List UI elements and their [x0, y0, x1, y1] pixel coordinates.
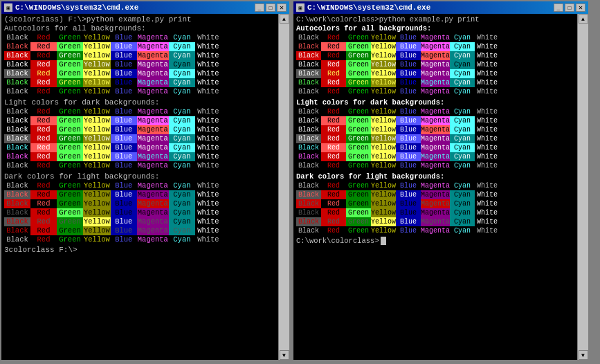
left-content-wrapper: (3colorclass) F:\>python example.py prin… [1, 14, 289, 360]
right-light-row2: Black Red Green Yellow Blue Magenta Cyan… [296, 125, 574, 134]
right-dark-row2: Black Red Green Yellow Blue Magenta Cyan… [296, 199, 574, 208]
left-light-row5: Black Red Green Yellow Blue Magenta Cyan… [4, 152, 275, 161]
left-light-row1: Black Red Green Yellow Blue Magenta Cyan… [4, 116, 275, 125]
left-close-button[interactable]: ✕ [277, 3, 287, 12]
left-auto-row4: Black Red Green Yellow Blue Magenta Cyan… [4, 69, 275, 78]
left-light-row2: Black Red Green Yellow Blue Magenta Cyan… [4, 125, 275, 134]
right-scroll-up[interactable]: ▲ [579, 14, 588, 24]
left-auto-row3: Black Red Green Yellow Blue Magenta Cyan… [4, 60, 275, 69]
left-light-row4: Black Red Green Yellow Blue Magenta Cyan… [4, 143, 275, 152]
right-light-row5: Black Red Green Yellow Blue Magenta Cyan… [296, 152, 574, 161]
left-auto-row2: Black Red Green Yellow Blue Magenta Cyan… [4, 51, 275, 60]
left-auto-header: Autocolors for all backgrounds: [4, 24, 275, 33]
right-titlebar-buttons: _ □ ✕ [554, 3, 585, 12]
right-content-wrapper: C:\work\colorclass>python example.py pri… [293, 14, 588, 360]
right-light-header: Light colors for dark backgrounds: [296, 98, 574, 107]
right-light-row3: Black Red Green Yellow Blue Magenta Cyan… [296, 134, 574, 143]
right-minimize-button[interactable]: _ [554, 3, 563, 12]
left-scroll-up[interactable]: ▲ [280, 14, 289, 24]
left-window-icon: ▣ [4, 3, 12, 12]
right-scroll-down[interactable]: ▼ [579, 350, 588, 360]
right-dark-col-headers: BlackRedGreenYellowBlueMagentaCyanWhite [296, 181, 574, 190]
right-auto-row5: Black Red Green Yellow Blue Magenta Cyan… [296, 78, 574, 87]
right-dark-row1: Black Red Green Yellow Blue Magenta Cyan… [296, 190, 574, 199]
left-dark-row3: Black Red Green Yellow Blue Magenta Cyan… [4, 208, 275, 217]
left-dark-header: Dark colors for light backgrounds: [4, 172, 275, 181]
right-dark-row4: Black Red Green Yellow Blue Magenta Cyan… [296, 217, 574, 226]
left-auto-col-headers: BlackRedGreenYellowBlueMagentaCyanWhite [4, 33, 275, 42]
left-window-title: C:\WINDOWS\system32\cmd.exe [15, 3, 138, 12]
left-dark-row4: Black Red Green Yellow Blue Magenta Cyan… [4, 217, 275, 226]
right-content: C:\work\colorclass>python example.py pri… [293, 14, 577, 360]
right-auto-header: Autocolors for all backgrounds: [296, 24, 574, 33]
left-light-row3: Black Red Green Yellow Blue Magenta Cyan… [4, 134, 275, 143]
right-window-icon: ▣ [296, 3, 304, 12]
left-prompt1: (3colorclass) F:\>python example.py prin… [4, 15, 275, 24]
right-cmd-window: ▣ C:\WINDOWS\system32\cmd.exe _ □ ✕ C:\w… [292, 0, 590, 361]
right-auto-row1: Black Red Green Yellow Blue Magenta Cyan… [296, 42, 574, 51]
left-light-header: Light colors for dark backgrounds: [4, 98, 275, 107]
left-dark-row2: Black Red Green Yellow Blue Magenta Cyan… [4, 199, 275, 208]
right-dark-footer-row: BlackRedGreenYellowBlueMagentaCyanWhite [296, 226, 574, 235]
left-dark-row5: Black Red Green Yellow Blue Magenta Cyan… [4, 226, 275, 235]
left-auto-row5: Black Red Green Yellow Blue Magenta Cyan… [4, 78, 275, 87]
right-light-col-headers: BlackRedGreenYellowBlueMagentaCyanWhite [296, 107, 574, 116]
right-dark-row3: Black Red Green Yellow Blue Magenta Cyan… [296, 208, 574, 217]
left-auto-footer-row: BlackRedGreenYellowBlueMagentaCyanWhite [4, 87, 275, 96]
right-prompt1: C:\work\colorclass>python example.py pri… [296, 15, 574, 24]
right-auto-col-headers: BlackRedGreenYellowBlueMagentaCyanWhite [296, 33, 574, 42]
left-light-col-headers: BlackRedGreenYellowBlueMagentaCyanWhite [4, 107, 275, 116]
right-auto-footer-row: BlackRedGreenYellowBlueMagentaCyanWhite [296, 87, 574, 96]
right-light-row1: Black Red Green Yellow Blue Magenta Cyan… [296, 116, 574, 125]
left-maximize-button[interactable]: □ [266, 3, 275, 12]
right-auto-row2: Black Red Green Yellow Blue Magenta Cyan… [296, 51, 574, 60]
right-light-row4: Black Red Green Yellow Blue Magenta Cyan… [296, 143, 574, 152]
left-minimize-button[interactable]: _ [255, 3, 264, 12]
left-auto-row1: Black Red Green Yellow Blue Magenta Cyan… [4, 42, 275, 51]
right-titlebar-left: ▣ C:\WINDOWS\system32\cmd.exe [296, 3, 430, 12]
left-titlebar-buttons: _ □ ✕ [255, 3, 287, 12]
right-dark-header: Dark colors for light backgrounds: [296, 172, 574, 181]
right-scrollbar[interactable]: ▲ ▼ [577, 14, 588, 360]
left-dark-col-headers: BlackRedGreenYellowBlueMagentaCyanWhite [4, 181, 275, 190]
right-light-footer-row: BlackRedGreenYellowBlueMagentaCyanWhite [296, 161, 574, 170]
right-prompt2: C:\work\colorclass> [296, 237, 574, 246]
right-close-button[interactable]: ✕ [576, 3, 585, 12]
left-cmd-window: ▣ C:\WINDOWS\system32\cmd.exe _ □ ✕ (3co… [0, 0, 291, 361]
left-scrollbar[interactable]: ▲ ▼ [278, 14, 289, 360]
left-prompt2: 3colorclass F:\> [4, 246, 275, 255]
right-maximize-button[interactable]: □ [565, 3, 574, 12]
right-window-title: C:\WINDOWS\system32\cmd.exe [307, 3, 430, 12]
left-titlebar[interactable]: ▣ C:\WINDOWS\system32\cmd.exe _ □ ✕ [1, 1, 289, 14]
left-light-footer-row: BlackRedGreenYellowBlueMagentaCyanWhite [4, 161, 275, 170]
right-auto-row3: Black Red Green Yellow Blue Magenta Cyan… [296, 60, 574, 69]
left-scroll-down[interactable]: ▼ [280, 350, 289, 360]
left-content: (3colorclass) F:\>python example.py prin… [1, 14, 278, 360]
left-titlebar-left: ▣ C:\WINDOWS\system32\cmd.exe [4, 3, 138, 12]
left-dark-footer-row: BlackRedGreenYellowBlueMagentaCyanWhite [4, 235, 275, 244]
right-titlebar[interactable]: ▣ C:\WINDOWS\system32\cmd.exe _ □ ✕ [293, 1, 588, 14]
left-dark-row1: Black Red Green Yellow Blue Magenta Cyan… [4, 190, 275, 199]
right-auto-row4: Black Red Green Yellow Blue Magenta Cyan… [296, 69, 574, 78]
